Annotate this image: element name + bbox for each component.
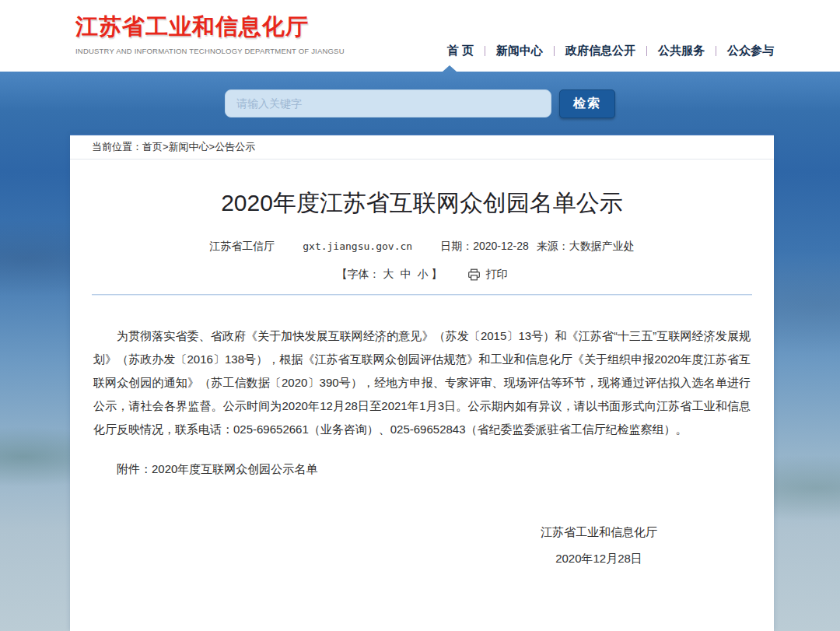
- article-body: 为贯彻落实省委、省政府《关于加快发展互联网经济的意见》（苏发〔2015〕13号）…: [93, 324, 751, 441]
- breadcrumb-label: 当前位置：: [92, 141, 142, 152]
- nav-separator: [716, 46, 716, 56]
- content-panel: 当前位置：首页>新闻中心>公告公示 2020年度江苏省互联网众创园名单公示 江苏…: [70, 134, 774, 631]
- font-size-prefix: 【字体：: [337, 268, 380, 282]
- meta-source-dept: 来源：大数据产业处: [537, 240, 635, 254]
- nav-item-news[interactable]: 新闻中心: [496, 44, 543, 58]
- nav-item-gov-info[interactable]: 政府信息公开: [565, 44, 635, 58]
- printer-icon: [467, 268, 481, 281]
- nav-separator: [485, 46, 485, 56]
- font-size-suffix: 】: [432, 268, 443, 282]
- nav-item-public-service[interactable]: 公共服务: [658, 44, 705, 58]
- font-size-large[interactable]: 大: [383, 268, 394, 282]
- nav-separator: [646, 46, 647, 56]
- nav-item-home[interactable]: 首 页: [447, 44, 474, 58]
- font-size-medium[interactable]: 中: [401, 268, 411, 282]
- attachment-link[interactable]: 附件：2020年度互联网众创园公示名单: [93, 462, 751, 477]
- print-button[interactable]: 打印: [467, 268, 508, 282]
- article-title: 2020年度江苏省互联网众创园名单公示: [86, 188, 758, 219]
- breadcrumb-trail[interactable]: 首页>新闻中心>公告公示: [142, 141, 255, 152]
- signature-block: 江苏省工业和信息化厅 2020年12月28日: [541, 519, 657, 572]
- meta-site-domain: gxt.jiangsu.gov.cn: [303, 240, 412, 252]
- meta-source-org: 江苏省工信厅: [209, 240, 275, 254]
- title-divider: [92, 294, 752, 295]
- search-input[interactable]: [225, 89, 551, 117]
- font-size-tools: 【字体： 大 中 小 】: [337, 268, 443, 282]
- nav-item-participation[interactable]: 公众参与: [727, 44, 774, 58]
- search-bar: 检索: [0, 89, 840, 118]
- font-size-small[interactable]: 小: [418, 268, 429, 282]
- article-tools: 【字体： 大 中 小 】 打印: [70, 268, 774, 282]
- print-label: 打印: [486, 268, 508, 282]
- site-logo-subtitle: INDUSTRY AND INFORMATION TECHNOLOGY DEPA…: [75, 47, 345, 55]
- signature-org: 江苏省工业和信息化厅: [541, 519, 657, 545]
- signature-date: 2020年12月28日: [541, 545, 657, 572]
- breadcrumb: 当前位置：首页>新闻中心>公告公示: [70, 135, 774, 160]
- main-nav: 首 页 新闻中心 政府信息公开 公共服务 公众参与: [447, 44, 774, 58]
- article-meta: 江苏省工信厅 gxt.jiangsu.gov.cn 日期：2020-12-28 …: [70, 240, 774, 254]
- search-button[interactable]: 检索: [559, 89, 615, 118]
- site-logo-title: 江苏省工业和信息化厅: [75, 12, 345, 43]
- meta-date: 日期：2020-12-28: [440, 240, 529, 254]
- active-nav-caret: [443, 65, 457, 72]
- nav-separator: [554, 46, 555, 56]
- site-logo[interactable]: 江苏省工业和信息化厅 INDUSTRY AND INFORMATION TECH…: [75, 12, 345, 55]
- site-header: 江苏省工业和信息化厅 INDUSTRY AND INFORMATION TECH…: [0, 0, 840, 72]
